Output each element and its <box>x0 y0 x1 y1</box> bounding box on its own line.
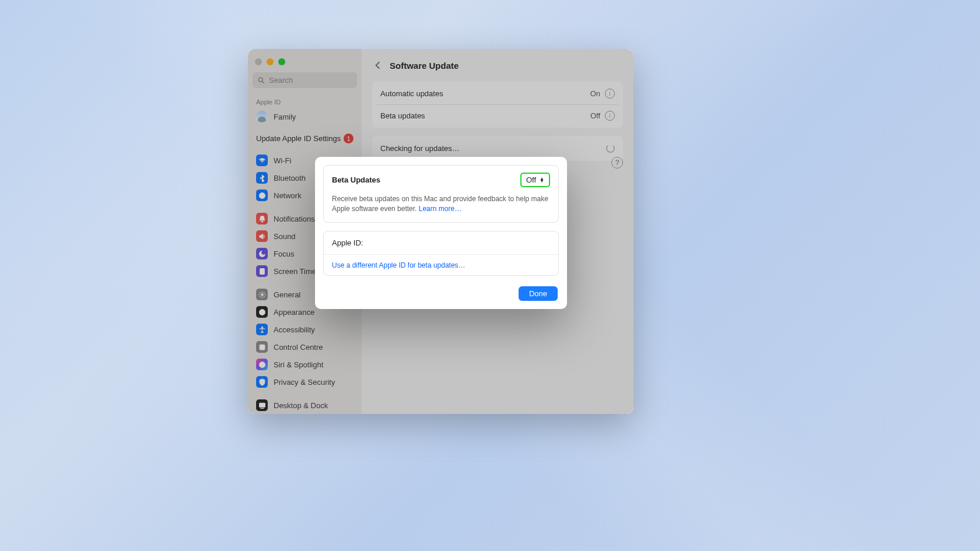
chevron-updown-icon: ▲▼ <box>540 178 544 183</box>
beta-updates-modal: Beta Updates Off ▲▼ Receive beta updates… <box>315 157 567 309</box>
modal-description: Receive beta updates on this Mac and pro… <box>324 194 558 222</box>
modal-title: Beta Updates <box>332 176 380 184</box>
done-button[interactable]: Done <box>519 286 558 301</box>
beta-updates-select[interactable]: Off ▲▼ <box>520 173 550 187</box>
apple-id-label: Apple ID: <box>332 238 363 247</box>
apple-id-row: Apple ID: <box>324 231 558 255</box>
use-different-apple-id-link[interactable]: Use a different Apple ID for beta update… <box>332 261 466 269</box>
select-value: Off <box>526 176 536 184</box>
learn-more-link[interactable]: Learn more… <box>419 205 461 213</box>
